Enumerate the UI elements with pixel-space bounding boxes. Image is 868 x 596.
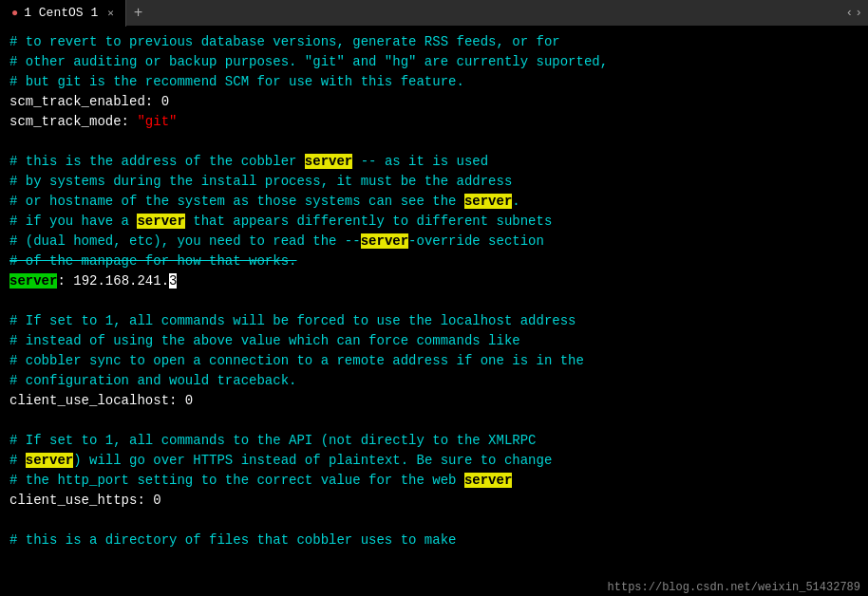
tab-icon: ● bbox=[11, 7, 18, 20]
line: # other auditing or backup purposes. "gi… bbox=[9, 52, 859, 72]
nav-right-button[interactable]: › bbox=[855, 6, 862, 20]
line: # configuration and would traceback. bbox=[9, 371, 859, 391]
line: # this is a directory of files that cobb… bbox=[9, 531, 859, 550]
line: # If set to 1, all commands to the API (… bbox=[9, 431, 859, 451]
new-tab-button[interactable]: + bbox=[126, 5, 151, 22]
line: server: 192.168.241.3 bbox=[9, 271, 859, 291]
line: # or hostname of the system as those sys… bbox=[9, 192, 859, 212]
tab-close-button[interactable]: ✕ bbox=[107, 7, 114, 19]
line: # but git is the recommend SCM for use w… bbox=[9, 72, 859, 92]
line: # server) will go over HTTPS instead of … bbox=[9, 451, 859, 471]
line: # (dual homed, etc), you need to read th… bbox=[9, 232, 859, 251]
line: client_use_https: 0 bbox=[9, 491, 859, 511]
line: # of the manpage for how that works. bbox=[9, 251, 859, 271]
line: # If set to 1, all commands will be forc… bbox=[9, 311, 859, 331]
tab-1-centos[interactable]: ● 1 CentOS 1 ✕ bbox=[0, 0, 126, 27]
line: scm_track_mode: "git" bbox=[9, 112, 859, 132]
line: # this is the address of the cobbler ser… bbox=[9, 152, 859, 172]
tab-bar: ● 1 CentOS 1 ✕ + ‹ › bbox=[0, 0, 868, 27]
line bbox=[9, 511, 859, 531]
line: # the http_port setting to the correct v… bbox=[9, 471, 859, 491]
line bbox=[9, 411, 859, 431]
status-bar: https://blog.csdn.net/weixin_51432789 bbox=[600, 579, 868, 596]
nav-left-button[interactable]: ‹ bbox=[845, 6, 853, 20]
line bbox=[9, 291, 859, 311]
line: # by systems during the install process,… bbox=[9, 172, 859, 192]
line: # instead of using the above value which… bbox=[9, 331, 859, 351]
line: # to revert to previous database version… bbox=[9, 32, 859, 52]
line: # if you have a server that appears diff… bbox=[9, 212, 859, 232]
terminal-body: # to revert to previous database version… bbox=[0, 27, 868, 596]
tab-label: 1 CentOS 1 bbox=[24, 6, 98, 20]
line bbox=[9, 132, 859, 152]
line: client_use_localhost: 0 bbox=[9, 391, 859, 411]
line: # cobbler sync to open a connection to a… bbox=[9, 351, 859, 371]
nav-arrows: ‹ › bbox=[845, 6, 868, 20]
line: scm_track_enabled: 0 bbox=[9, 92, 859, 112]
